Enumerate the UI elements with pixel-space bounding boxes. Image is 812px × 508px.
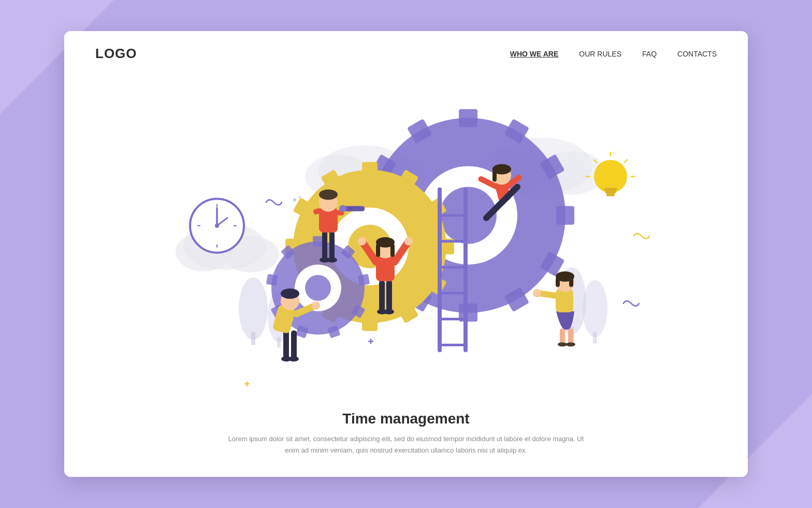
svg-rect-116 [283, 330, 289, 359]
svg-point-102 [339, 205, 346, 212]
svg-point-119 [288, 356, 299, 361]
navbar: LOGO WHO WE ARE OUR RULES FAQ CONTACTS [64, 31, 748, 72]
svg-rect-43 [459, 109, 477, 127]
svg-point-40 [299, 196, 301, 198]
svg-rect-103 [379, 280, 385, 311]
svg-rect-114 [376, 244, 380, 257]
svg-rect-142 [556, 277, 560, 287]
svg-rect-80 [266, 274, 278, 286]
svg-point-110 [358, 237, 366, 245]
svg-point-111 [404, 237, 413, 245]
svg-point-106 [384, 309, 394, 314]
svg-rect-92 [322, 231, 327, 259]
svg-rect-132 [492, 170, 497, 181]
svg-rect-73 [313, 236, 323, 246]
svg-rect-134 [568, 328, 573, 344]
svg-rect-64 [362, 315, 378, 331]
svg-point-122 [312, 301, 320, 309]
svg-point-98 [319, 189, 338, 200]
svg-rect-115 [390, 244, 395, 257]
svg-point-15 [583, 280, 607, 337]
nav-contacts[interactable]: CONTACTS [677, 50, 717, 58]
svg-rect-29 [606, 193, 615, 196]
svg-rect-133 [560, 328, 565, 344]
svg-point-135 [558, 342, 567, 346]
svg-rect-75 [358, 274, 370, 286]
svg-point-21 [215, 223, 219, 228]
svg-rect-143 [569, 277, 573, 287]
illustration-area [64, 72, 748, 400]
page-title: Time management [95, 411, 717, 427]
svg-point-139 [533, 289, 541, 297]
svg-point-136 [566, 342, 575, 346]
svg-rect-12 [277, 337, 281, 347]
svg-rect-137 [556, 289, 573, 312]
svg-rect-16 [593, 332, 597, 343]
page-card: LOGO WHO WE ARE OUR RULES FAQ CONTACTS [64, 31, 748, 477]
main-illustration [64, 72, 748, 400]
svg-point-83 [305, 275, 331, 301]
svg-rect-93 [329, 231, 335, 259]
svg-rect-104 [386, 280, 392, 311]
svg-rect-28 [605, 191, 616, 193]
logo: LOGO [95, 46, 137, 62]
nav-faq[interactable]: FAQ [642, 50, 657, 58]
svg-rect-10 [251, 332, 255, 345]
nav-our-rules[interactable]: OUR RULES [579, 50, 621, 58]
svg-rect-27 [604, 188, 617, 191]
nav-who-we-are[interactable]: WHO WE ARE [510, 50, 559, 58]
svg-point-124 [281, 288, 299, 299]
svg-point-95 [327, 257, 337, 262]
svg-point-39 [293, 198, 296, 201]
nav-links: WHO WE ARE OUR RULES FAQ CONTACTS [510, 50, 717, 58]
svg-rect-46 [556, 206, 574, 224]
svg-rect-117 [291, 330, 297, 359]
bottom-text-section: Time management Lorem ipsum dolor sit am… [64, 400, 748, 477]
svg-line-31 [625, 160, 627, 162]
page-description: Lorem ipsum dolor sit amet, consectetur … [225, 433, 587, 456]
svg-rect-58 [362, 162, 378, 177]
svg-point-9 [239, 277, 268, 340]
